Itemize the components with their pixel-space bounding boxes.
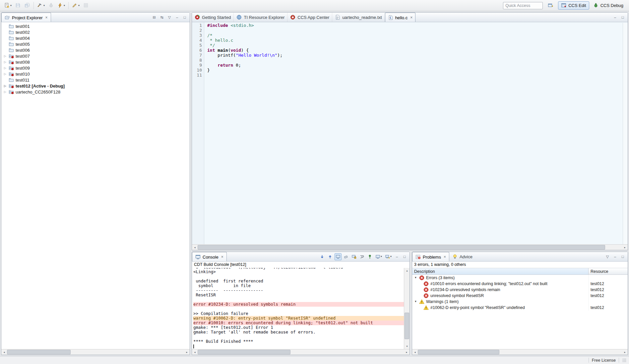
minimize-icon[interactable]: – <box>612 14 618 21</box>
close-icon[interactable]: × <box>410 16 412 20</box>
scrollbar-track[interactable] <box>404 273 409 343</box>
editor-tab[interactable]: CCS App Center <box>287 13 332 22</box>
project-explorer-hscrollbar[interactable]: ◂ ▸ <box>1 349 190 355</box>
problem-group-row[interactable]: ▼Warnings (1 item) <box>412 299 628 305</box>
editor-tab[interactable]: uartecho_readme.txt <box>332 13 385 22</box>
tree-item[interactable]: test001 <box>1 23 190 29</box>
problems-tab[interactable]: Problems × <box>412 252 449 261</box>
clear-console-icon[interactable] <box>343 253 349 260</box>
scroll-right-icon[interactable]: ▸ <box>622 349 628 355</box>
console-line[interactable] <box>193 307 404 311</box>
console-vscrollbar[interactable]: ▴ ▾ <box>404 268 409 349</box>
scrollbar-track[interactable] <box>7 349 184 355</box>
console-line[interactable]: --------- ---------------- <box>193 288 404 293</box>
scroll-left-icon[interactable]: ◂ <box>192 349 198 355</box>
console-line[interactable] <box>193 334 404 339</box>
problem-row[interactable]: #10234-D unresolved symbols remain test0… <box>412 287 628 293</box>
console-line[interactable]: >> Compilation failure <box>193 311 404 316</box>
scrollbar-track[interactable] <box>198 349 404 355</box>
code-line[interactable]: 7 printf("Hello World!\n"); <box>192 53 623 58</box>
tree-item[interactable]: test006 <box>1 47 190 53</box>
save-all-button[interactable] <box>23 1 31 10</box>
column-header-description[interactable]: Description <box>412 268 589 274</box>
link-with-editor-icon[interactable]: ⇆ <box>158 14 165 21</box>
editor-tab[interactable]: Getting Started <box>192 13 234 22</box>
maximize-icon[interactable]: □ <box>619 253 626 260</box>
tree-item[interactable]: ▷ test010 <box>1 71 190 77</box>
problem-group-row[interactable]: ▼Errors (3 items) <box>412 275 628 281</box>
console-line[interactable]: undefined first referenced <box>193 279 404 283</box>
code-line[interactable]: 9 return 0; <box>192 63 623 68</box>
code-line[interactable]: 5 */ <box>192 43 623 48</box>
minimize-icon[interactable]: – <box>394 253 400 260</box>
code-line[interactable]: 3/* <box>192 33 623 38</box>
editor-tab[interactable]: C hello.c × <box>385 13 416 22</box>
console-line[interactable]: error #10010: errors encountered during … <box>193 321 404 325</box>
misc-button[interactable] <box>82 1 90 10</box>
scroll-right-icon[interactable]: ▸ <box>184 349 190 355</box>
maximize-icon[interactable]: □ <box>181 14 188 21</box>
code-line[interactable]: 10} <box>192 68 623 73</box>
collapse-arrow-icon[interactable]: ▼ <box>413 300 418 303</box>
console-line[interactable] <box>193 344 404 348</box>
tree-item[interactable]: test005 <box>1 41 190 47</box>
collapse-arrow-icon[interactable]: ▼ <box>413 276 418 279</box>
overview-ruler[interactable] <box>623 23 628 244</box>
code-line[interactable]: 1#include <stdio.h> <box>192 23 623 28</box>
scrollbar-thumb[interactable] <box>7 350 71 354</box>
close-icon[interactable]: × <box>45 16 47 20</box>
collapse-all-icon[interactable]: ⊟ <box>151 14 157 21</box>
scrollbar-track[interactable] <box>418 349 622 355</box>
scrollbar-thumb[interactable] <box>405 313 409 339</box>
console-line[interactable] <box>193 297 404 302</box>
console-line[interactable]: error #10234-D: unresolved symbols remai… <box>193 302 404 307</box>
scroll-down-icon[interactable] <box>319 253 326 260</box>
display-console-button[interactable]: ▾ <box>374 253 383 260</box>
view-menu-icon[interactable]: ▽ <box>166 14 173 21</box>
scroll-right-icon[interactable]: ▸ <box>622 245 628 250</box>
expand-arrow-icon[interactable]: ▷ <box>3 61 7 64</box>
scrollbar-thumb[interactable] <box>418 350 499 354</box>
resize-grip[interactable] <box>622 358 626 362</box>
console-line[interactable]: <Linking> <box>193 270 404 274</box>
console-line[interactable]: gmake: Target 'all' not remade because o… <box>193 330 404 334</box>
console-tab[interactable]: Console × <box>192 252 227 261</box>
scroll-up-icon[interactable] <box>327 253 334 260</box>
console-line[interactable]: warning #10062-D: entry-point symbol "Re… <box>193 316 404 321</box>
scrollbar-track[interactable] <box>198 245 622 250</box>
perspective-ccs-debug-button[interactable]: CCS Debug <box>590 1 626 10</box>
tree-item[interactable]: test002 <box>1 29 190 35</box>
tree-item[interactable]: ▷ test009 <box>1 65 190 71</box>
expand-arrow-icon[interactable]: ▷ <box>3 55 7 58</box>
expand-arrow-icon[interactable]: ▷ <box>3 73 7 76</box>
tree-item[interactable]: ▷ test012 [Active - Debug] <box>1 83 190 89</box>
console-line[interactable]: gmake: *** [test012.out] Error 1 <box>193 325 404 330</box>
problem-row[interactable]: #10010 errors encountered during linking… <box>412 281 628 287</box>
scroll-up-icon[interactable]: ▴ <box>404 268 409 273</box>
expand-arrow-icon[interactable]: ▷ <box>3 67 7 70</box>
close-icon[interactable]: × <box>221 255 223 259</box>
debug-button[interactable] <box>47 1 55 10</box>
quick-access-input[interactable] <box>503 2 543 9</box>
pin-console-icon[interactable] <box>366 253 373 260</box>
view-menu-icon[interactable]: ▽ <box>604 253 611 260</box>
console-line[interactable]: symbol in file <box>193 283 404 288</box>
console-line[interactable] <box>193 274 404 279</box>
new-button[interactable]: ▾ <box>3 1 13 10</box>
save-button[interactable] <box>14 1 22 10</box>
tree-item[interactable]: test004 <box>1 35 190 41</box>
minimize-icon[interactable]: – <box>612 253 618 260</box>
tree-item[interactable]: ▷ test008 <box>1 59 190 65</box>
code-line[interactable]: 4 * hello.c <box>192 38 623 43</box>
scroll-left-icon[interactable]: ◂ <box>192 245 198 250</box>
code-line[interactable]: 11 <box>192 73 623 78</box>
scrollbar-thumb[interactable] <box>198 350 290 354</box>
code-editor[interactable]: 1#include <stdio.h>23/*4 * hello.c5 */6i… <box>192 22 628 244</box>
maximize-icon[interactable]: □ <box>401 253 408 260</box>
minimize-icon[interactable]: – <box>174 14 180 21</box>
pencil-button[interactable]: ▾ <box>71 1 81 10</box>
open-console-button[interactable]: ▾ <box>384 253 393 260</box>
open-perspective-button[interactable] <box>546 1 555 10</box>
advice-tab[interactable]: Advice <box>449 252 475 261</box>
maximize-icon[interactable]: □ <box>619 14 626 21</box>
